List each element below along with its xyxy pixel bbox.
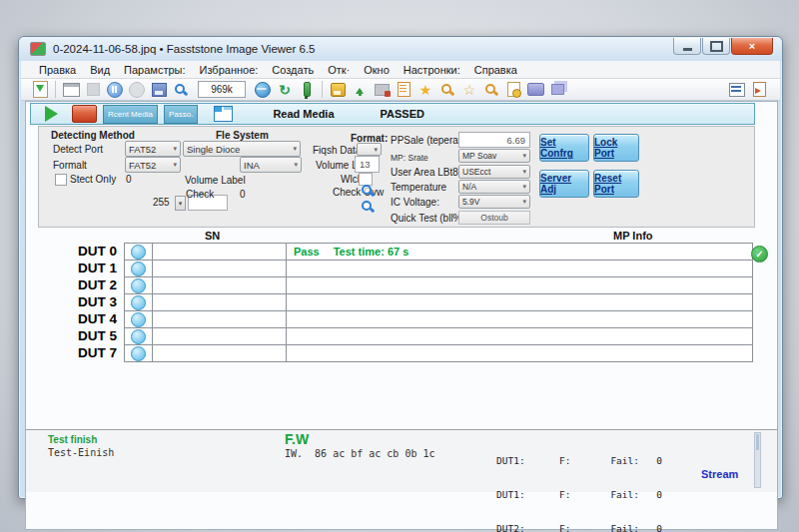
- history-doc-icon[interactable]: [502, 81, 524, 99]
- quick-test-button[interactable]: Ostoub: [458, 211, 530, 225]
- edit-doc-icon[interactable]: [393, 81, 414, 99]
- server-adj-button[interactable]: Server Adj: [539, 170, 589, 198]
- globe-icon[interactable]: [252, 81, 274, 99]
- detect-port-label: Detect Port: [53, 144, 103, 155]
- dut-port-icon[interactable]: [131, 245, 146, 260]
- mp-info-cell: [287, 310, 753, 328]
- dut-port-icon[interactable]: [131, 312, 146, 327]
- dut-port-icon[interactable]: [131, 329, 146, 344]
- app-window: 0-2024-11-06-58.jpq • Fasststone Image V…: [18, 36, 783, 499]
- upload-icon[interactable]: [349, 81, 371, 99]
- tag-search-icon[interactable]: [436, 81, 458, 99]
- dut-label: DUT 1: [46, 260, 124, 277]
- toolbar-separator: [55, 81, 56, 98]
- volume-label-label: Volume Label: [185, 175, 246, 186]
- main-toolbar: 969k: [21, 79, 780, 101]
- check-ovw-search-icon[interactable]: [361, 184, 375, 198]
- mp-info-cell: [287, 276, 753, 294]
- sn-cell: [153, 344, 287, 362]
- sn-cell: [153, 276, 287, 294]
- dut-test-time: Test time: 67 s: [334, 246, 409, 258]
- dut-port-icon[interactable]: [131, 346, 146, 361]
- run-bar: Rcent Media Passo. Read Media PASSED: [30, 103, 755, 125]
- dut-port-icon[interactable]: [131, 262, 146, 276]
- refresh-icon[interactable]: [274, 81, 296, 99]
- menu-parameters[interactable]: Парамстры:: [124, 64, 185, 76]
- save-view-icon[interactable]: [148, 81, 170, 99]
- table-row: DUT 1: [46, 260, 753, 277]
- zoom-level-input[interactable]: 969k: [198, 81, 246, 98]
- star-icon[interactable]: [414, 81, 436, 99]
- dut-port-icon[interactable]: [131, 295, 146, 310]
- open-image-icon[interactable]: [29, 81, 51, 99]
- format-select[interactable]: FAT52: [125, 157, 181, 173]
- footer-scrollbar[interactable]: [754, 432, 761, 488]
- detect-port-select[interactable]: FAT52: [125, 141, 181, 157]
- retry-spinner[interactable]: ▾: [175, 196, 186, 211]
- zoom-gold-icon[interactable]: [480, 81, 502, 99]
- copy-folders-icon[interactable]: [546, 81, 568, 99]
- ic-voltage-select[interactable]: 5.9V: [458, 195, 530, 209]
- search-icon[interactable]: [361, 200, 375, 214]
- pin-icon[interactable]: [296, 81, 318, 99]
- detecting-method-title: Detecting Method: [51, 130, 135, 141]
- sn-cell: [153, 243, 287, 261]
- title-bar[interactable]: 0-2024-11-06-58.jpq • Fasststone Image V…: [19, 37, 782, 61]
- menu-help[interactable]: Справка: [474, 64, 517, 76]
- pass-button[interactable]: Passo.: [164, 105, 198, 124]
- grid-view-icon[interactable]: [214, 106, 233, 122]
- save-disk-icon[interactable]: [327, 81, 349, 99]
- menu-window[interactable]: Окно: [364, 64, 390, 76]
- set-config-button[interactable]: Set Confrg: [539, 134, 589, 162]
- drive-icon[interactable]: [524, 81, 546, 99]
- recent-media-button[interactable]: Rcent Media: [103, 105, 158, 124]
- maximize-button[interactable]: [702, 38, 730, 55]
- temperature-select[interactable]: N/A: [458, 180, 530, 194]
- star-outline-icon[interactable]: [458, 81, 480, 99]
- start-icon[interactable]: [45, 106, 58, 122]
- fiqsh-data-select[interactable]: [357, 143, 382, 156]
- dut-table: DUT 0 Pass Test time: 67 s DUT 1 DUT 2: [46, 244, 753, 362]
- reset-port-button[interactable]: Reset Port: [593, 170, 639, 198]
- minimize-button[interactable]: [673, 38, 701, 55]
- print-icon[interactable]: [371, 81, 393, 99]
- stop-icon[interactable]: [72, 105, 97, 123]
- volume-lost-input[interactable]: 13: [355, 156, 380, 173]
- user-area-select[interactable]: USEcct: [458, 165, 530, 179]
- dut-label: DUT 7: [46, 344, 124, 362]
- pause-icon[interactable]: [104, 81, 126, 99]
- dut-label: DUT 4: [46, 310, 124, 328]
- placeholder-icon: [82, 81, 104, 99]
- mp-state-select[interactable]: MP Soav: [458, 149, 530, 163]
- app-icon: [30, 42, 46, 56]
- zoom-icon[interactable]: [170, 81, 192, 99]
- menu-create[interactable]: Создать: [272, 64, 314, 76]
- dut-status-line: DUT2: F: Fail: 0: [496, 523, 662, 532]
- lock-port-button[interactable]: Lock Port: [593, 134, 639, 162]
- record-disabled-icon: [126, 81, 148, 99]
- report-icon[interactable]: [748, 81, 770, 99]
- window-layout-icon[interactable]: [60, 81, 82, 99]
- menu-open[interactable]: Отк·: [328, 64, 350, 76]
- menu-view[interactable]: Вид: [90, 64, 110, 76]
- menu-edit[interactable]: Правка: [39, 64, 76, 76]
- ina-select[interactable]: INA: [240, 157, 302, 173]
- close-button[interactable]: ×: [731, 38, 773, 55]
- mp-info-cell: [287, 260, 753, 277]
- stect-only-checkbox[interactable]: [55, 174, 67, 186]
- ppsale-field: 6.69: [458, 132, 530, 148]
- window-controls: ×: [672, 38, 773, 55]
- sn-cell: [153, 327, 287, 345]
- device-select[interactable]: Single Dioce: [183, 141, 301, 157]
- list-icon[interactable]: [726, 81, 748, 99]
- user-area-label: User Area LBt8: [391, 167, 458, 178]
- table-row: DUT 0 Pass Test time: 67 s: [46, 243, 753, 261]
- menu-bar: Правка Вид Парамстры: Избранное: Создать…: [21, 61, 780, 79]
- dut-label: DUT 3: [46, 293, 124, 311]
- fiqsh-data-label: Fiqsh Data: [313, 145, 361, 156]
- menu-settings[interactable]: Настронки:: [403, 64, 460, 76]
- dut-status-line: DUT1: F: Fail: 0: [496, 455, 662, 466]
- mp-info-cell: Pass Test time: 67 s: [287, 243, 753, 261]
- dut-port-icon[interactable]: [131, 278, 146, 293]
- menu-favorites[interactable]: Избранное:: [200, 64, 259, 76]
